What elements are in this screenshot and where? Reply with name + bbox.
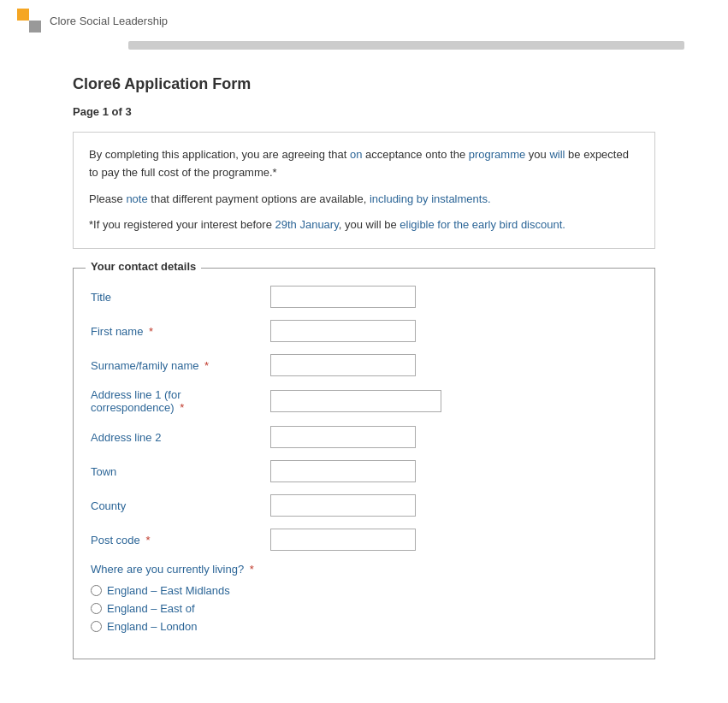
first-name-row: First name * bbox=[91, 320, 637, 342]
town-label: Town bbox=[91, 465, 270, 478]
radio-east-midlands-label: England – East Midlands bbox=[107, 584, 230, 597]
surname-row: Surname/family name * bbox=[91, 354, 637, 376]
surname-label: Surname/family name * bbox=[91, 359, 270, 372]
first-name-input[interactable] bbox=[270, 320, 416, 342]
county-label: County bbox=[91, 499, 270, 512]
address2-row: Address line 2 bbox=[91, 426, 637, 448]
radio-london-input[interactable] bbox=[91, 621, 102, 632]
first-name-label: First name * bbox=[91, 325, 270, 338]
title-label: Title bbox=[91, 291, 270, 304]
title-input[interactable] bbox=[270, 286, 416, 308]
radio-london-label: England – London bbox=[107, 620, 198, 633]
postcode-row: Post code * bbox=[91, 529, 637, 551]
radio-east-of-label: England – East of bbox=[107, 602, 195, 615]
address1-row: Address line 1 (for correspondence) * bbox=[91, 388, 637, 414]
logo-icon bbox=[17, 9, 41, 32]
town-row: Town bbox=[91, 460, 637, 482]
postcode-label: Post code * bbox=[91, 534, 270, 546]
county-input[interactable] bbox=[270, 494, 416, 517]
radio-east-of[interactable]: England – East of bbox=[91, 602, 637, 615]
info-box: By completing this application, you are … bbox=[73, 132, 655, 249]
address1-input[interactable] bbox=[270, 390, 441, 412]
address1-label: Address line 1 (for correspondence) * bbox=[91, 388, 270, 414]
main-content: Clore6 Application Form Page 1 of 3 By c… bbox=[0, 58, 728, 676]
radio-east-midlands[interactable]: England – East Midlands bbox=[91, 584, 637, 597]
section-legend: Your contact details bbox=[86, 260, 201, 273]
surname-input[interactable] bbox=[270, 354, 416, 376]
header-title: Clore Social Leadership bbox=[50, 15, 168, 27]
postcode-input[interactable] bbox=[270, 529, 416, 551]
county-row: County bbox=[91, 494, 637, 517]
page-indicator: Page 1 of 3 bbox=[73, 105, 655, 118]
radio-east-midlands-input[interactable] bbox=[91, 585, 102, 596]
progress-bar bbox=[128, 41, 684, 50]
progress-bar-container bbox=[0, 41, 728, 58]
address2-label: Address line 2 bbox=[91, 431, 270, 444]
info-line-2: Please note that different payment optio… bbox=[89, 191, 639, 209]
radio-london[interactable]: England – London bbox=[91, 620, 637, 633]
title-row: Title bbox=[91, 286, 637, 308]
radio-east-of-input[interactable] bbox=[91, 603, 102, 614]
where-living-question: Where are you currently living? * bbox=[91, 563, 637, 576]
address2-input[interactable] bbox=[270, 426, 416, 448]
info-line-1: By completing this application, you are … bbox=[89, 146, 639, 182]
where-living-group: Where are you currently living? * Englan… bbox=[91, 563, 637, 633]
header: Clore Social Leadership bbox=[0, 0, 728, 41]
contact-section: Your contact details Title First name * … bbox=[73, 268, 655, 659]
town-input[interactable] bbox=[270, 460, 416, 482]
info-line-3: *If you registered your interest before … bbox=[89, 216, 639, 234]
page-title: Clore6 Application Form bbox=[73, 75, 655, 93]
